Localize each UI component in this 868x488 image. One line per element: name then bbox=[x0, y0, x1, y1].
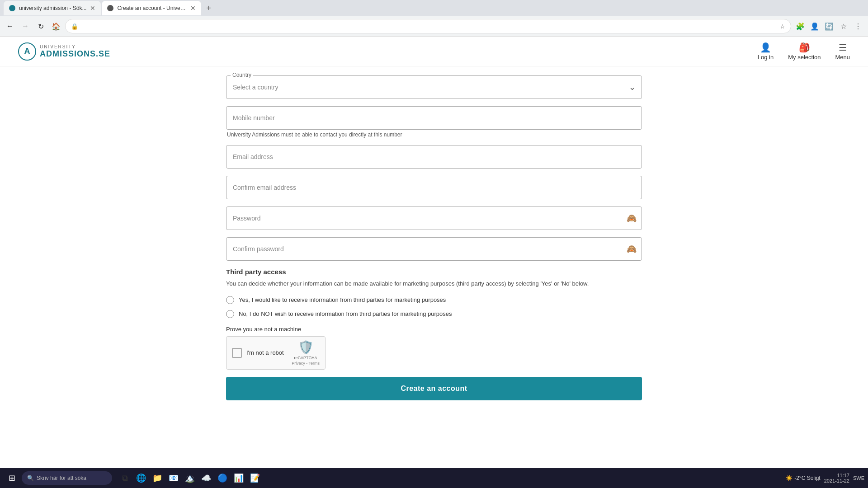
browser-actions: 🧩 👤 🔄 ☆ ⋮ bbox=[794, 20, 864, 33]
confirm-email-field-group bbox=[226, 176, 642, 199]
captcha-brand: reCAPTCHA bbox=[294, 356, 317, 360]
tab-2-close[interactable]: ✕ bbox=[190, 5, 196, 12]
captcha-title: Prove you are not a machine bbox=[226, 326, 642, 333]
captcha-section: Prove you are not a machine I'm not a ro… bbox=[226, 326, 642, 370]
lock-icon: 🔒 bbox=[71, 23, 78, 30]
logo-brand: ADMISSIONS.SE bbox=[40, 49, 110, 58]
captcha-label: I'm not a robot bbox=[246, 349, 284, 356]
third-party-title: Third party access bbox=[226, 268, 642, 276]
new-tab-button[interactable]: + bbox=[202, 2, 215, 14]
nav-login[interactable]: 👤 Log in bbox=[758, 42, 774, 61]
forward-button[interactable]: → bbox=[19, 20, 32, 33]
nav-menu[interactable]: ☰ Menu bbox=[835, 42, 850, 61]
profile-button[interactable]: 👤 bbox=[808, 20, 821, 33]
browser-chrome: university admission - Sök... ✕ Create a… bbox=[0, 0, 868, 37]
confirm-password-field-group: 🙈 bbox=[226, 237, 642, 261]
page-content: Country Select a country ⌄ University Ad… bbox=[217, 66, 651, 418]
recaptcha-logo-icon: 🛡️ bbox=[298, 340, 314, 355]
radio-no-item: No, I do NOT wish to receive information… bbox=[226, 310, 642, 319]
tab-2-title: Create an account - Universita... bbox=[117, 5, 187, 11]
radio-yes-input[interactable] bbox=[226, 296, 234, 304]
sync-button[interactable]: 🔄 bbox=[823, 20, 835, 33]
email-input[interactable] bbox=[226, 145, 642, 169]
country-label: Country bbox=[231, 72, 253, 78]
site-nav: 👤 Log in 🎒 My selection ☰ Menu bbox=[758, 42, 850, 61]
home-button[interactable]: 🏠 bbox=[50, 20, 62, 33]
captcha-right: 🛡️ reCAPTCHA Privacy - Terms bbox=[292, 340, 320, 366]
email-field-wrapper bbox=[226, 145, 642, 169]
logo-letter: A bbox=[24, 47, 30, 56]
login-icon: 👤 bbox=[760, 42, 771, 53]
radio-group: Yes, I would like to receive information… bbox=[226, 296, 642, 319]
radio-yes-label: Yes, I would like to receive information… bbox=[239, 296, 446, 305]
nav-my-selection[interactable]: 🎒 My selection bbox=[788, 42, 821, 61]
confirm-password-field-wrapper: 🙈 bbox=[226, 237, 642, 261]
mobile-input[interactable] bbox=[226, 106, 642, 130]
more-button[interactable]: ⋮ bbox=[852, 20, 864, 33]
logo[interactable]: A UNIVERSITY ADMISSIONS.SE bbox=[18, 42, 110, 61]
logo-subtitle: UNIVERSITY bbox=[40, 44, 110, 49]
bookmark-button[interactable]: ☆ bbox=[837, 20, 850, 33]
captcha-links: Privacy - Terms bbox=[292, 361, 320, 366]
logo-text-block: UNIVERSITY ADMISSIONS.SE bbox=[40, 44, 110, 59]
mobile-field-wrapper bbox=[226, 106, 642, 130]
radio-no-input[interactable] bbox=[226, 310, 234, 318]
tab-1-close[interactable]: ✕ bbox=[90, 5, 95, 12]
third-party-text: You can decide whether your information … bbox=[226, 279, 642, 288]
tab-1-title: university admission - Sök... bbox=[19, 5, 86, 11]
email-field-group bbox=[226, 145, 642, 169]
third-party-section: Third party access You can decide whethe… bbox=[226, 268, 642, 319]
my-selection-icon: 🎒 bbox=[799, 42, 810, 53]
back-button[interactable]: ← bbox=[4, 20, 16, 33]
confirm-password-input[interactable] bbox=[226, 237, 642, 261]
captcha-left: I'm not a robot bbox=[232, 348, 284, 358]
country-select[interactable]: Select a country bbox=[226, 75, 642, 99]
captcha-box[interactable]: I'm not a robot 🛡️ reCAPTCHA Privacy - T… bbox=[226, 336, 326, 370]
url-input[interactable]: https://www.universityadmissions.se/intl… bbox=[82, 23, 776, 30]
browser-tabs: university admission - Sök... ✕ Create a… bbox=[0, 0, 868, 16]
radio-no-label: No, I do NOT wish to receive information… bbox=[239, 310, 452, 319]
site-header: A UNIVERSITY ADMISSIONS.SE 👤 Log in 🎒 My… bbox=[0, 37, 868, 66]
address-bar[interactable]: 🔒 https://www.universityadmissions.se/in… bbox=[65, 19, 791, 33]
password-input[interactable] bbox=[226, 206, 642, 230]
menu-icon: ☰ bbox=[839, 42, 847, 53]
logo-icon: A bbox=[18, 42, 36, 61]
confirm-password-toggle-icon[interactable]: 🙈 bbox=[627, 244, 637, 254]
confirm-email-field-wrapper bbox=[226, 176, 642, 199]
login-label: Log in bbox=[758, 54, 774, 61]
confirm-email-input[interactable] bbox=[226, 176, 642, 199]
password-field-group: 🙈 bbox=[226, 206, 642, 230]
password-field-wrapper: 🙈 bbox=[226, 206, 642, 230]
password-toggle-icon[interactable]: 🙈 bbox=[627, 213, 637, 223]
menu-label: Menu bbox=[835, 54, 850, 61]
country-field-wrapper: Country Select a country ⌄ bbox=[226, 75, 642, 99]
browser-toolbar: ← → ↻ 🏠 🔒 https://www.universityadmissio… bbox=[0, 16, 868, 36]
browser-tab-1[interactable]: university admission - Sök... ✕ bbox=[4, 1, 101, 15]
create-account-button[interactable]: Create an account bbox=[226, 377, 642, 400]
browser-tab-2[interactable]: Create an account - Universita... ✕ bbox=[102, 1, 201, 15]
radio-yes-item: Yes, I would like to receive information… bbox=[226, 296, 642, 305]
my-selection-label: My selection bbox=[788, 54, 821, 61]
mobile-hint: University Admissions must be able to co… bbox=[226, 131, 642, 138]
reload-button[interactable]: ↻ bbox=[34, 20, 47, 33]
captcha-checkbox[interactable] bbox=[232, 348, 242, 358]
mobile-field-group: University Admissions must be able to co… bbox=[226, 106, 642, 138]
star-icon: ☆ bbox=[780, 23, 785, 30]
extensions-button[interactable]: 🧩 bbox=[794, 20, 807, 33]
